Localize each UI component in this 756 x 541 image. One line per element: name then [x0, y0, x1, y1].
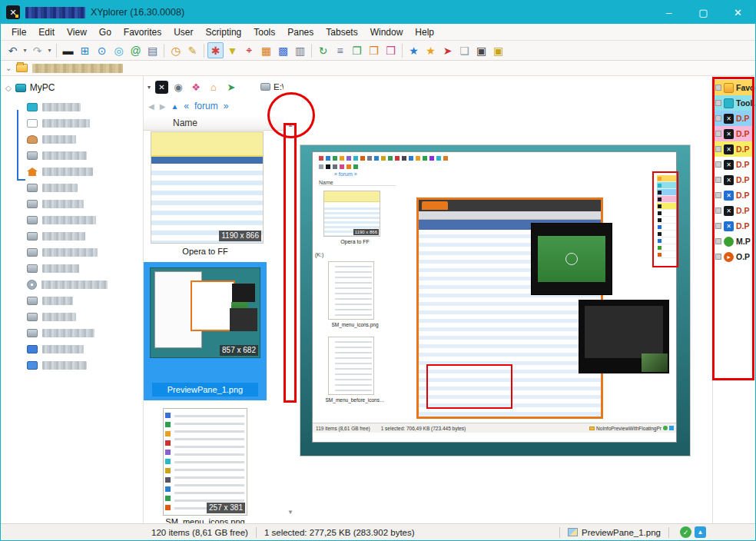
dual-pane-icon[interactable]: ❐ [349, 42, 365, 58]
close-button[interactable]: ✕ [721, 1, 755, 24]
recent-locations-icon[interactable]: ◷ [167, 42, 184, 58]
menu-item[interactable]: Go [93, 25, 118, 39]
tabsets-icon[interactable]: ❒ [383, 42, 399, 58]
tree-item[interactable] [27, 228, 140, 244]
home-icon[interactable]: ⌂ [206, 79, 221, 95]
preview-ok-icon[interactable]: ✓ [680, 526, 691, 538]
tab-item[interactable]: M.P [713, 234, 754, 249]
find-files-icon[interactable]: ⌖ [241, 42, 257, 58]
forward-button[interactable]: ▶ [160, 102, 166, 111]
tree-item[interactable] [27, 148, 140, 164]
address-bar-icon[interactable]: @ [128, 42, 144, 58]
mini-tree-icon[interactable]: ▤ [144, 42, 161, 58]
scroll-up-button[interactable]: ▲ [285, 119, 296, 130]
tab-item[interactable]: Tool… [713, 95, 754, 111]
thumbnails-icon[interactable]: ▦ [258, 42, 274, 58]
tree-item[interactable] [27, 212, 140, 228]
file-name-label[interactable]: Opera to FF [144, 247, 267, 256]
menu-item[interactable]: Tools [247, 25, 281, 39]
tab-item[interactable]: D.P [713, 126, 754, 141]
tree-item[interactable] [27, 325, 140, 341]
tree-item[interactable] [27, 131, 140, 148]
back-button[interactable]: ◀ [148, 102, 154, 111]
tree-item[interactable] [27, 99, 140, 115]
undo-icon[interactable]: ↶ [5, 42, 21, 58]
tree-item[interactable] [27, 180, 140, 196]
tree-expander-icon[interactable]: ◇ [5, 84, 12, 92]
tree-item[interactable] [27, 164, 140, 180]
visual-filter-icon[interactable]: ▼ [224, 42, 240, 58]
edit-mode-icon[interactable]: ✎ [184, 42, 201, 58]
undo-dropdown-icon[interactable]: ▾ [22, 42, 28, 58]
send-icon[interactable]: ➤ [439, 42, 456, 58]
tree-item[interactable] [27, 341, 140, 357]
highlights-star-icon[interactable]: ★ [423, 42, 439, 58]
tree-item[interactable] [27, 277, 140, 293]
tab-item[interactable]: D.P [713, 203, 754, 218]
tab-item[interactable]: D.P [713, 141, 754, 157]
menu-item[interactable]: Window [364, 25, 410, 39]
tab-item[interactable]: D.P [713, 172, 754, 188]
menu-item[interactable]: User [167, 25, 199, 39]
floating-preview-button[interactable]: ▲ [695, 526, 706, 538]
breadcrumb-right-chevron[interactable]: » [224, 101, 229, 111]
tree-root-mypc[interactable]: ◇ MyPC [5, 82, 55, 93]
preview-frame-icon[interactable]: ▣ [473, 42, 489, 58]
report-icon[interactable]: ▥ [292, 42, 308, 58]
file-thumbnail-opera-to-ff[interactable]: 1190 x 866 [151, 131, 264, 244]
tab-item[interactable]: O.P [713, 249, 754, 264]
tab-item[interactable]: Favori… [713, 80, 754, 95]
tree-item[interactable] [27, 115, 140, 131]
up-button[interactable]: ▲ [171, 102, 178, 111]
tab-item[interactable]: D.P [713, 111, 754, 126]
status-current-file[interactable]: PreviewPane_1.png [568, 528, 661, 537]
redo-icon[interactable]: ↷ [29, 42, 45, 58]
menu-item[interactable]: Favorites [118, 25, 167, 39]
tree-item[interactable] [27, 244, 140, 261]
address-dropdown-icon[interactable]: ⌄ [5, 64, 12, 72]
xy-tab-icon[interactable]: ✕ [155, 81, 168, 94]
menu-item[interactable]: Panes [281, 25, 320, 39]
menu-item[interactable]: Help [409, 25, 440, 39]
tree-item[interactable] [27, 357, 140, 373]
checkbox-selection-icon[interactable]: ≡ [332, 42, 348, 58]
tree-item[interactable] [27, 196, 140, 212]
file-thumbnail-sm-menu-icons[interactable]: 257 x 381 [163, 408, 247, 516]
tree-item[interactable] [27, 261, 140, 277]
pane-dropdown-icon[interactable]: ▾ [145, 79, 153, 95]
breadcrumb-left-chevron[interactable]: « [184, 101, 189, 111]
file-pane-scrollbar[interactable]: ▲ ▼ [284, 76, 297, 523]
color-filter-icon[interactable]: ✱ [207, 42, 224, 58]
favorites-star-icon[interactable]: ★ [406, 42, 422, 58]
tree-item[interactable] [27, 309, 140, 325]
zoom-out-icon[interactable]: ⊙ [94, 42, 110, 58]
column-header-name[interactable]: Name [144, 116, 284, 131]
live-filter-icon[interactable]: ◎ [111, 42, 127, 58]
menu-item[interactable]: File [5, 25, 32, 39]
menu-item[interactable]: Tabsets [320, 25, 363, 39]
hidden-items-icon[interactable]: ▬ [60, 42, 76, 58]
minimize-button[interactable]: – [652, 1, 686, 24]
menu-item[interactable]: View [61, 25, 93, 39]
new-item-icon[interactable]: ❏ [456, 42, 472, 58]
go-icon[interactable]: ➤ [224, 79, 239, 95]
scroll-down-button[interactable]: ▼ [285, 506, 296, 517]
zoom-in-icon[interactable]: ⊞ [77, 42, 93, 58]
redo-dropdown-icon[interactable]: ▾ [46, 42, 53, 58]
tab-item[interactable]: D.P [713, 188, 754, 203]
breadcrumb-folder[interactable]: forum [194, 101, 218, 111]
tree-item[interactable] [27, 293, 140, 309]
menu-item[interactable]: Scripting [200, 25, 248, 39]
details-view-icon[interactable]: ▩ [275, 42, 291, 58]
tab-item[interactable]: D.P [713, 218, 754, 234]
preview-frame-alt-icon[interactable]: ▣ [490, 42, 506, 58]
menu-item[interactable]: Edit [32, 25, 61, 39]
maximize-button[interactable]: ▢ [686, 1, 721, 24]
file-name-label-selected[interactable]: PreviewPane_1.png [152, 383, 258, 397]
refresh-icon[interactable]: ↻ [315, 42, 331, 58]
favorites-flower-icon[interactable]: ❖ [188, 79, 204, 95]
snapshot-icon[interactable]: ◉ [171, 79, 186, 95]
preview-image[interactable]: « forum » Name 1190 x 866 Opera to FF (K… [300, 145, 690, 456]
queue-icon[interactable]: ❒ [366, 42, 382, 58]
file-thumbnail-previewpane-selected[interactable]: 857 x 682 PreviewPane_1.png [144, 262, 267, 400]
